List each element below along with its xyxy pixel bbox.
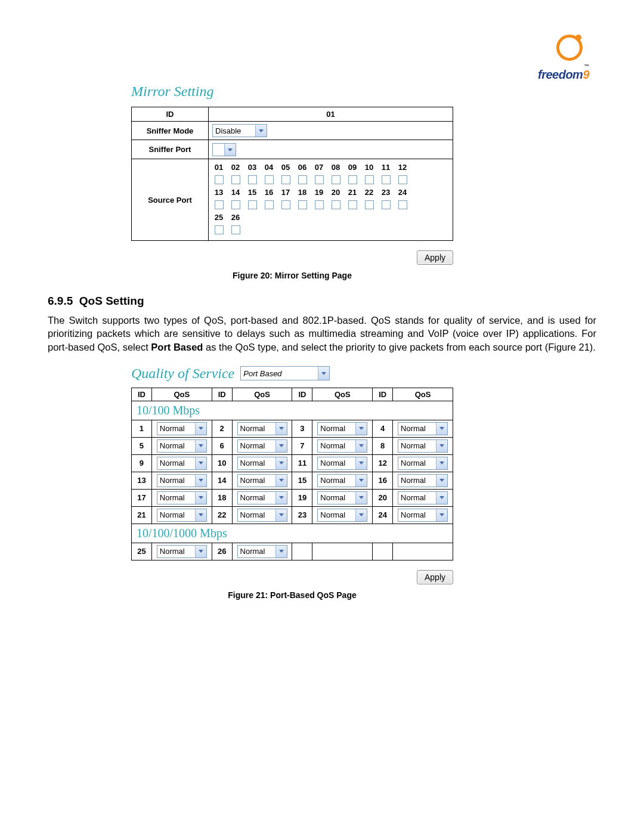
- qos-priority-select[interactable]: Normal: [317, 474, 367, 487]
- qos-priority-select[interactable]: Normal: [157, 422, 207, 435]
- port-checkbox[interactable]: [248, 175, 257, 184]
- qos-type-select[interactable]: Port Based: [240, 366, 330, 380]
- section-body: The Switch supports two types of QoS, po…: [48, 314, 596, 354]
- port-checkbox[interactable]: [365, 175, 374, 184]
- port-label: 05: [279, 163, 292, 172]
- qos-port-id: 8: [373, 437, 393, 454]
- port-checkbox[interactable]: [281, 175, 290, 184]
- mirror-id-label: ID: [132, 107, 209, 122]
- qos-priority-value: Normal: [160, 441, 185, 450]
- qos-priority-select[interactable]: Normal: [398, 457, 448, 470]
- qos-port-id: [292, 543, 312, 560]
- body-bold: Port Based: [151, 342, 203, 352]
- port-label: 02: [229, 163, 242, 172]
- qos-priority-select[interactable]: Normal: [157, 439, 207, 453]
- port-label: 22: [363, 188, 376, 197]
- port-checkbox[interactable]: [265, 200, 274, 209]
- qos-priority-select[interactable]: Normal: [237, 439, 287, 453]
- qos-priority-select[interactable]: Normal: [237, 491, 287, 504]
- qos-port-id: 15: [292, 472, 312, 489]
- port-checkbox[interactable]: [231, 200, 240, 209]
- port-checkbox[interactable]: [231, 225, 240, 234]
- qos-port-id: 9: [132, 454, 152, 472]
- sniffer-mode-select[interactable]: Disable: [212, 124, 267, 137]
- qos-priority-select[interactable]: Normal: [398, 474, 448, 487]
- port-checkbox[interactable]: [398, 175, 407, 184]
- qos-priority-select[interactable]: Normal: [237, 457, 287, 470]
- qos-priority-value: Normal: [160, 547, 185, 556]
- qos-priority-value: Normal: [320, 476, 345, 485]
- qos-priority-value: Normal: [401, 510, 426, 519]
- qos-priority-select[interactable]: Normal: [398, 491, 448, 504]
- port-checkbox[interactable]: [231, 175, 240, 184]
- port-checkbox[interactable]: [265, 175, 274, 184]
- port-checkbox[interactable]: [215, 200, 224, 209]
- qos-priority-select[interactable]: Normal: [157, 509, 207, 522]
- port-checkbox[interactable]: [348, 175, 357, 184]
- qos-priority-select[interactable]: Normal: [157, 545, 207, 558]
- qos-priority-select[interactable]: Normal: [317, 439, 367, 453]
- qos-priority-select[interactable]: Normal: [237, 422, 287, 435]
- port-checkbox[interactable]: [332, 175, 340, 184]
- qos-priority-value: Normal: [240, 441, 265, 450]
- port-checkbox[interactable]: [398, 200, 407, 209]
- qos-port-id: 14: [212, 472, 232, 489]
- port-label: 24: [396, 188, 409, 197]
- port-checkbox[interactable]: [315, 175, 324, 184]
- qos-priority-value: Normal: [160, 424, 185, 433]
- qos-priority-value: Normal: [160, 510, 185, 519]
- qos-priority-select[interactable]: Normal: [398, 439, 448, 453]
- qos-port-id: 1: [132, 420, 152, 437]
- qos-port-id: 19: [292, 489, 312, 506]
- apply-button[interactable]: Apply: [417, 250, 453, 265]
- qos-col-id: ID: [373, 388, 393, 401]
- qos-priority-select[interactable]: Normal: [237, 545, 287, 558]
- sniffer-port-select[interactable]: [212, 143, 236, 156]
- qos-priority-value: Normal: [320, 510, 345, 519]
- port-checkbox[interactable]: [215, 225, 224, 234]
- chevron-down-icon: [195, 509, 206, 521]
- port-checkbox[interactable]: [332, 200, 340, 209]
- port-label: 23: [379, 188, 392, 197]
- port-checkbox[interactable]: [382, 200, 391, 209]
- figure-mirror: Mirror Setting ID 01 Sniffer Mode Disabl…: [131, 83, 453, 280]
- qos-priority-select[interactable]: Normal: [317, 491, 367, 504]
- port-checkbox[interactable]: [382, 175, 391, 184]
- qos-table: ID QoS ID QoS ID QoS ID QoS 10/100 Mbps1…: [131, 388, 453, 561]
- qos-port-id: 16: [373, 472, 393, 489]
- port-label: 09: [346, 163, 359, 172]
- qos-priority-value: Normal: [401, 493, 426, 502]
- qos-port-id: 18: [212, 489, 232, 506]
- port-checkbox[interactable]: [281, 200, 290, 209]
- port-checkbox[interactable]: [315, 200, 324, 209]
- port-checkbox[interactable]: [298, 175, 307, 184]
- chevron-down-icon: [318, 367, 329, 380]
- qos-priority-select[interactable]: Normal: [237, 509, 287, 522]
- figure-caption-20: Figure 20: Mirror Setting Page: [131, 271, 453, 280]
- brand-logo: ™ freedom9: [538, 42, 589, 82]
- qos-priority-select[interactable]: Normal: [317, 509, 367, 522]
- qos-priority-value: Normal: [240, 510, 265, 519]
- chevron-down-icon: [355, 423, 367, 435]
- qos-priority-select[interactable]: Normal: [398, 509, 448, 522]
- qos-priority-select[interactable]: Normal: [157, 491, 207, 504]
- port-label: 21: [346, 188, 359, 197]
- qos-priority-select[interactable]: Normal: [398, 422, 448, 435]
- port-label: 06: [296, 163, 309, 172]
- qos-priority-select[interactable]: Normal: [157, 457, 207, 470]
- qos-priority-select[interactable]: Normal: [317, 457, 367, 470]
- port-checkbox[interactable]: [298, 200, 307, 209]
- port-label: 08: [329, 163, 342, 172]
- chevron-down-icon: [195, 492, 206, 504]
- qos-priority-select[interactable]: Normal: [157, 474, 207, 487]
- port-checkbox[interactable]: [348, 200, 357, 209]
- chevron-down-icon: [275, 423, 287, 435]
- port-checkbox[interactable]: [365, 200, 374, 209]
- apply-button[interactable]: Apply: [417, 570, 453, 584]
- chevron-down-icon: [195, 423, 206, 435]
- port-checkbox[interactable]: [215, 175, 224, 184]
- qos-priority-select[interactable]: Normal: [317, 422, 367, 435]
- chevron-down-icon: [436, 457, 447, 469]
- port-checkbox[interactable]: [248, 200, 257, 209]
- qos-priority-select[interactable]: Normal: [237, 474, 287, 487]
